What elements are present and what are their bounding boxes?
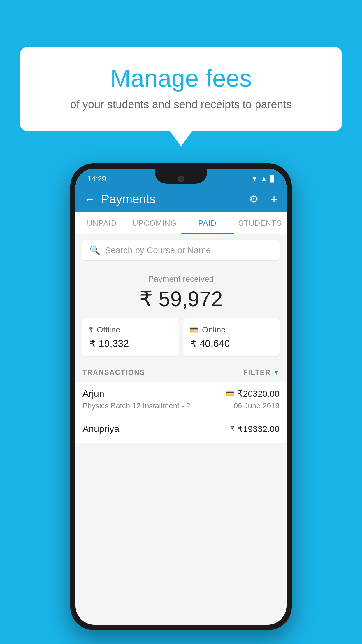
search-icon: 🔍 xyxy=(89,245,100,255)
tab-upcoming[interactable]: UPCOMING xyxy=(128,212,181,234)
wifi-icon: ▼ xyxy=(251,175,258,183)
online-amount: ₹ 40,640 xyxy=(189,337,274,349)
app-header: ← Payments ⚙ + xyxy=(75,186,287,212)
status-time: 14:29 xyxy=(87,174,106,183)
add-button[interactable]: + xyxy=(270,192,278,206)
card-payment-icon-arjun: 💳 xyxy=(226,390,235,398)
search-box[interactable]: 🔍 Search by Course or Name xyxy=(82,240,280,260)
transaction-top-anupriya: Anupriya ₹ ₹19332.00 xyxy=(82,424,280,434)
online-card: 💳 Online ₹ 40,640 xyxy=(183,318,280,356)
transaction-amount-row-anupriya: ₹ ₹19332.00 xyxy=(231,424,280,434)
signal-icon: ▲ xyxy=(261,175,267,183)
settings-icon[interactable]: ⚙ xyxy=(249,193,259,205)
payment-cards: ₹ Offline ₹ 19,332 💳 Online ₹ 40,640 xyxy=(82,318,280,356)
tab-unpaid[interactable]: UNPAID xyxy=(75,212,128,234)
phone-outer: 14:29 ▼ ▲ ▉ ← Payments ⚙ + UNPAID xyxy=(70,163,292,630)
transaction-name-arjun: Arjun xyxy=(82,388,104,399)
speech-bubble: Manage fees of your students and send re… xyxy=(20,47,342,131)
transaction-amount-anupriya: ₹19332.00 xyxy=(238,424,280,434)
status-icons: ▼ ▲ ▉ xyxy=(251,175,275,183)
phone-notch xyxy=(155,169,207,184)
transactions-label: TRANSACTIONS xyxy=(82,368,145,377)
payment-received-label: Payment received xyxy=(82,274,280,284)
battery-icon: ▉ xyxy=(270,175,275,183)
phone-camera xyxy=(178,176,184,182)
transactions-header: TRANSACTIONS FILTER ▼ xyxy=(75,363,287,382)
offline-label: Offline xyxy=(97,325,120,335)
filter-icon: ▼ xyxy=(273,369,280,376)
filter-label: FILTER xyxy=(243,368,271,377)
transaction-detail-arjun: Physics Batch 12 Installment - 2 xyxy=(82,401,190,410)
transaction-bottom-arjun: Physics Batch 12 Installment - 2 06 June… xyxy=(82,401,280,410)
transaction-amount-arjun: ₹20320.00 xyxy=(238,388,280,399)
payment-summary: Payment received ₹ 59,972 ₹ Offline ₹ 19… xyxy=(75,266,287,363)
offline-icon: ₹ xyxy=(88,326,93,335)
transaction-top-arjun: Arjun 💳 ₹20320.00 xyxy=(82,388,280,399)
online-card-header: 💳 Online xyxy=(189,325,274,335)
transaction-row-arjun[interactable]: Arjun 💳 ₹20320.00 Physics Batch 12 Insta… xyxy=(75,382,287,417)
back-button[interactable]: ← xyxy=(84,193,95,206)
search-container: 🔍 Search by Course or Name xyxy=(75,235,287,266)
rupee-payment-icon-anupriya: ₹ xyxy=(231,425,235,433)
tabs-container: UNPAID UPCOMING PAID STUDENTS xyxy=(75,212,287,235)
tab-paid[interactable]: PAID xyxy=(181,212,234,234)
online-icon: 💳 xyxy=(189,326,198,335)
offline-amount: ₹ 19,332 xyxy=(88,337,173,349)
transaction-date-arjun: 06 June 2019 xyxy=(233,401,280,410)
phone-mockup: 14:29 ▼ ▲ ▉ ← Payments ⚙ + UNPAID xyxy=(70,163,292,630)
payment-total-amount: ₹ 59,972 xyxy=(82,287,280,311)
online-label: Online xyxy=(202,325,226,335)
offline-card-header: ₹ Offline xyxy=(88,325,173,335)
offline-card: ₹ Offline ₹ 19,332 xyxy=(82,318,179,356)
phone-screen: 14:29 ▼ ▲ ▉ ← Payments ⚙ + UNPAID xyxy=(75,169,287,625)
header-title: Payments xyxy=(101,192,243,206)
bubble-subtitle: of your students and send receipts to pa… xyxy=(31,98,331,111)
bubble-title: Manage fees xyxy=(31,64,331,92)
filter-section[interactable]: FILTER ▼ xyxy=(243,368,280,377)
transaction-name-anupriya: Anupriya xyxy=(82,424,119,434)
transaction-amount-row-arjun: 💳 ₹20320.00 xyxy=(226,388,280,399)
transaction-row-anupriya[interactable]: Anupriya ₹ ₹19332.00 xyxy=(75,417,287,443)
search-placeholder: Search by Course or Name xyxy=(105,245,211,255)
tab-students[interactable]: STUDENTS xyxy=(234,212,287,234)
